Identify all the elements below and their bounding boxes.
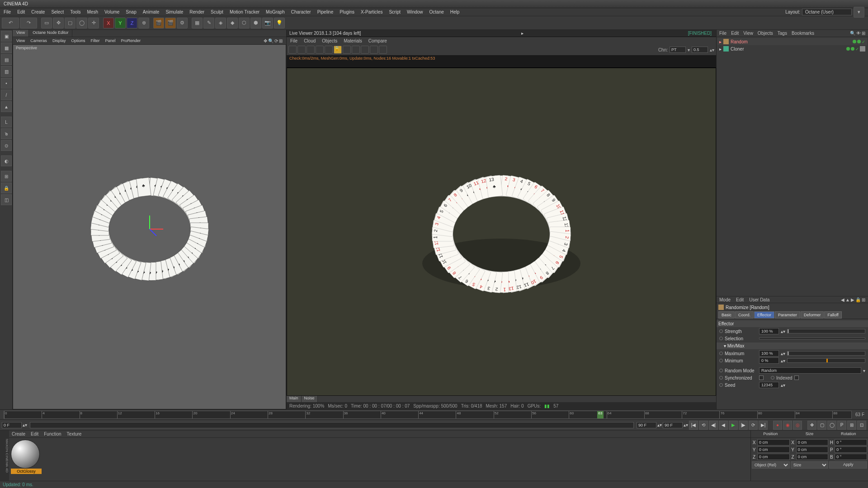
- vp-menu-cameras[interactable]: Cameras: [30, 38, 47, 43]
- vp-menu-prorender[interactable]: ProRender: [121, 38, 141, 43]
- obj-menu-objects[interactable]: Objects: [758, 31, 773, 36]
- keyframe-dot-icon[interactable]: [719, 352, 723, 355]
- mat-menu-texture[interactable]: Texture: [67, 432, 82, 436]
- menu-sculpt[interactable]: Sculpt: [211, 9, 223, 14]
- deformer-button[interactable]: ⬡: [239, 18, 250, 28]
- planar-workplane-button[interactable]: ◫: [1, 194, 12, 205]
- undo-button[interactable]: ↶: [2, 18, 19, 28]
- chn-stepper-icon[interactable]: ▴▾: [710, 47, 714, 52]
- sync-checkbox[interactable]: [759, 375, 764, 380]
- lv-pick-button[interactable]: [361, 46, 369, 54]
- rot-H-input[interactable]: 0 °: [835, 439, 867, 446]
- chn-value-input[interactable]: 0.5: [692, 47, 708, 53]
- tab-falloff[interactable]: Falloff: [824, 311, 841, 319]
- stepper-icon[interactable]: ▴▾: [781, 351, 785, 356]
- goto-start-button[interactable]: |◀: [689, 421, 698, 430]
- menu-octane[interactable]: Octane: [429, 9, 444, 14]
- viewport-solo-button[interactable]: ◐: [1, 155, 12, 166]
- menu-edit[interactable]: Edit: [17, 9, 25, 14]
- obj-menu-edit[interactable]: Edit: [731, 31, 739, 36]
- menu-select[interactable]: Select: [51, 9, 64, 14]
- pen-tool-button[interactable]: ✎: [203, 18, 214, 28]
- lv-menu-cloud[interactable]: Cloud: [304, 38, 316, 43]
- seed-input[interactable]: 12345: [759, 382, 779, 388]
- last-tool[interactable]: ✛: [88, 18, 99, 28]
- pos-Y-input[interactable]: 0 cm: [757, 446, 790, 453]
- obj-menu-file[interactable]: File: [719, 31, 726, 36]
- key-scale-button[interactable]: ▢: [817, 421, 826, 430]
- obj-menu-bookmarks[interactable]: Bookmarks: [792, 31, 814, 36]
- chn-arrow-icon[interactable]: ▾: [688, 47, 690, 52]
- size-Z-input[interactable]: 0 cm: [796, 454, 829, 460]
- indexed-checkbox[interactable]: [794, 375, 799, 380]
- enable-checkmark-icon[interactable]: ✓: [862, 39, 865, 44]
- point-mode-button[interactable]: •: [1, 78, 12, 89]
- lv-menu-compare[interactable]: Compare: [368, 38, 387, 43]
- autokey-button[interactable]: ◉: [783, 421, 792, 430]
- maximum-input[interactable]: 100 %: [759, 350, 779, 357]
- minimum-slider[interactable]: [787, 358, 865, 363]
- vp-menu-display[interactable]: Display: [52, 38, 66, 43]
- lv-lock-button[interactable]: 🔒: [334, 46, 342, 54]
- keyframe-dot-icon[interactable]: [719, 329, 723, 333]
- obj-filter-icon[interactable]: ⊞: [862, 31, 865, 36]
- keyframe-dot-icon[interactable]: [719, 383, 723, 387]
- viewport-tab-view[interactable]: View: [13, 30, 29, 37]
- pos-Z-input[interactable]: 0 cm: [757, 454, 790, 460]
- attr-menu-edit[interactable]: Edit: [736, 297, 744, 302]
- attr-back-icon[interactable]: ◀: [841, 297, 844, 302]
- size-Y-input[interactable]: 0 cm: [796, 446, 829, 453]
- render-pv-button[interactable]: 🎬: [165, 18, 176, 28]
- tab-basic[interactable]: Basic: [718, 311, 735, 319]
- render-settings-button[interactable]: ⚙: [177, 18, 188, 28]
- section-minmax[interactable]: ▾ Min/Max: [717, 343, 868, 349]
- enable-checkmark-icon[interactable]: ✓: [855, 47, 859, 52]
- model-mode-button[interactable]: ▦: [1, 42, 12, 53]
- octane-tag-icon[interactable]: [860, 46, 865, 52]
- locked-workplane-button[interactable]: 🔒: [1, 183, 12, 193]
- visibility-render-icon[interactable]: [857, 40, 861, 43]
- key-pla-button[interactable]: ⊞: [847, 421, 856, 430]
- menu-simulate[interactable]: Simulate: [165, 9, 183, 14]
- play-back-button[interactable]: ◀: [719, 421, 728, 430]
- move-tool[interactable]: ✥: [53, 18, 64, 28]
- lv-clay-button[interactable]: [343, 46, 351, 54]
- menu-character[interactable]: Character: [291, 9, 311, 14]
- tree-expand-icon[interactable]: ▸: [719, 39, 722, 44]
- obj-menu-tags[interactable]: Tags: [778, 31, 787, 36]
- strength-slider[interactable]: [787, 329, 865, 333]
- lv-tab-main[interactable]: Main: [287, 396, 302, 402]
- menu-tools[interactable]: Tools: [70, 9, 80, 14]
- chn-mode-select[interactable]: PT: [670, 47, 686, 53]
- primitive-cube-button[interactable]: ▦: [192, 18, 203, 28]
- stepper-icon[interactable]: ▴▾: [781, 383, 785, 388]
- scale-tool[interactable]: ▢: [65, 18, 75, 28]
- material-name[interactable]: OctGlossy: [11, 469, 42, 474]
- attr-new-icon[interactable]: ⊞: [862, 297, 865, 302]
- select-tool[interactable]: ▭: [41, 18, 52, 28]
- prev-key-button[interactable]: ⟲: [699, 421, 708, 430]
- maximum-slider[interactable]: [787, 351, 865, 356]
- randommode-select[interactable]: Random: [759, 367, 861, 374]
- rot-B-input[interactable]: 0 °: [835, 454, 867, 460]
- rotate-tool[interactable]: ◯: [76, 18, 87, 28]
- subdivision-button[interactable]: ◈: [215, 18, 226, 28]
- lv-menu-file[interactable]: File: [290, 38, 297, 43]
- stepper-icon[interactable]: ▴▾: [23, 422, 27, 427]
- keyframe-dot-icon[interactable]: [719, 359, 723, 362]
- mat-menu-create[interactable]: Create: [12, 432, 25, 436]
- next-key-button[interactable]: ⟳: [749, 421, 758, 430]
- light-button[interactable]: 💡: [274, 18, 285, 28]
- axis-mode-button[interactable]: L: [1, 117, 12, 127]
- visibility-editor-icon[interactable]: [846, 47, 850, 51]
- dropdown-icon[interactable]: ▾: [863, 368, 865, 373]
- coord-mode2-select[interactable]: Size: [791, 461, 829, 469]
- tab-deformer[interactable]: Deformer: [801, 311, 824, 319]
- keyframe-dot-icon[interactable]: [719, 369, 723, 372]
- rot-P-input[interactable]: 0 °: [835, 446, 867, 453]
- snap-settings-button[interactable]: ⊞: [1, 171, 12, 182]
- camera-button[interactable]: 📷: [262, 18, 273, 28]
- stepper-icon[interactable]: ▴▾: [657, 422, 662, 427]
- keyframe-dot-icon[interactable]: [719, 337, 723, 340]
- object-manager[interactable]: ▸ Random ✓ ▸ Cloner ✓: [717, 37, 868, 296]
